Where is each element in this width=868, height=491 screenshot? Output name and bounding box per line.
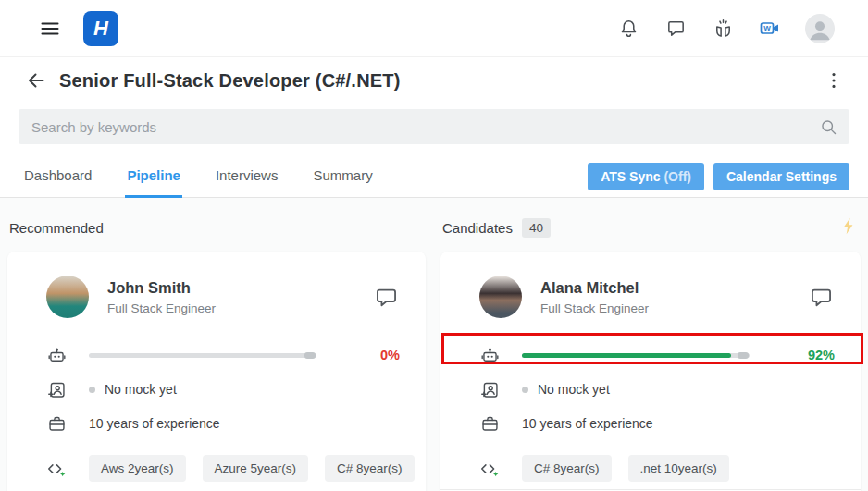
- candidate-avatar: [479, 276, 522, 318]
- match-progress-knob[interactable]: [304, 352, 316, 359]
- mock-status-dot: [89, 387, 95, 393]
- candidate-name: John Smith: [107, 279, 216, 297]
- briefcase-icon: [479, 414, 500, 434]
- mock-status-text: No mock yet: [538, 382, 610, 397]
- match-progress-bar[interactable]: [522, 353, 750, 358]
- lightning-bolt-icon[interactable]: [839, 216, 859, 239]
- ats-sync-label: ATS Sync: [601, 169, 660, 184]
- candidate-names: John Smith Full Stack Engineer: [107, 279, 216, 315]
- top-bar-actions: W: [616, 14, 835, 43]
- search-box: [19, 109, 849, 144]
- mock-interview-icon: [479, 380, 500, 399]
- mock-interview-icon: [46, 380, 67, 399]
- experience-text: 10 years of experience: [89, 416, 220, 431]
- candidate-card-alana-mitchel[interactable]: Alana Mitchel Full Stack Engineer: [440, 252, 861, 491]
- skills-row: C# 8year(s) .net 10year(s): [479, 455, 835, 482]
- recommended-column: Recommended John Smith Full Stack Engine…: [7, 215, 426, 491]
- briefcase-icon: [46, 414, 67, 434]
- interview-robot-icon: [46, 346, 67, 365]
- app-logo[interactable]: H: [83, 11, 118, 46]
- match-score-row: 0%: [46, 344, 400, 366]
- candidate-names: Alana Mitchel Full Stack Engineer: [540, 279, 649, 315]
- user-avatar[interactable]: [805, 14, 835, 43]
- candidate-avatar: [46, 276, 89, 318]
- match-percent-value: 92%: [808, 348, 835, 362]
- video-meeting-icon[interactable]: W: [758, 17, 782, 41]
- search-icon[interactable]: [819, 117, 838, 141]
- back-arrow-icon[interactable]: [24, 68, 48, 92]
- tab-summary[interactable]: Summary: [311, 155, 374, 198]
- skill-pill[interactable]: C# 8year(s): [522, 455, 612, 482]
- card-header: Alana Mitchel Full Stack Engineer: [479, 276, 835, 318]
- experience-row: 10 years of experience: [479, 412, 835, 435]
- notifications-bell-icon[interactable]: [616, 17, 640, 41]
- candidate-role: Full Stack Engineer: [540, 301, 649, 315]
- interview-robot-icon: [479, 346, 500, 365]
- mock-status-row: No mock yet: [46, 378, 400, 400]
- candidate-name: Alana Mitchel: [540, 279, 649, 297]
- tabs-row: Dashboard Pipeline Interviews Summary AT…: [0, 155, 868, 198]
- match-progress-knob[interactable]: [738, 352, 749, 359]
- match-percent-value: 0%: [380, 348, 400, 362]
- ats-sync-state: (Off): [663, 169, 691, 184]
- match-progress-fill: [522, 353, 731, 358]
- skill-pill[interactable]: .net 10year(s): [628, 455, 729, 482]
- message-candidate-icon[interactable]: [372, 283, 400, 311]
- recommended-title: Recommended: [9, 220, 104, 236]
- candidate-role: Full Stack Engineer: [107, 301, 216, 315]
- skill-pill[interactable]: Aws 2year(s): [89, 455, 186, 482]
- celebration-hands-icon[interactable]: [711, 17, 735, 41]
- calendar-settings-button[interactable]: Calendar Settings: [713, 163, 849, 190]
- candidate-card-john-smith[interactable]: John Smith Full Stack Engineer: [7, 252, 426, 491]
- candidates-header: Candidates 40: [442, 216, 859, 239]
- search-input[interactable]: [19, 109, 849, 144]
- tabs-nav: Dashboard Pipeline Interviews Summary: [22, 155, 375, 197]
- app-root: H W Senior Full-Stack Developer (C#/.NET: [0, 0, 868, 491]
- mock-status-row: No mock yet: [479, 378, 835, 400]
- tab-pipeline[interactable]: Pipeline: [125, 155, 182, 198]
- top-bar: H W: [0, 0, 868, 57]
- match-progress-bar[interactable]: [89, 353, 316, 358]
- code-skills-icon: [46, 459, 67, 479]
- skill-pill[interactable]: C# 8year(s): [325, 455, 415, 482]
- ats-sync-button[interactable]: ATS Sync (Off): [588, 163, 704, 190]
- messages-chat-icon[interactable]: [663, 17, 688, 41]
- skills-row: Aws 2year(s) Azure 5year(s) C# 8year(s): [46, 455, 400, 482]
- candidates-column: Candidates 40 Alana Mitchel Full Stack E…: [440, 215, 861, 491]
- match-score-row: 92%: [479, 344, 835, 366]
- experience-text: 10 years of experience: [522, 416, 653, 431]
- card-header: John Smith Full Stack Engineer: [46, 276, 400, 318]
- pipeline-content: Recommended John Smith Full Stack Engine…: [0, 198, 868, 491]
- skill-pills: Aws 2year(s) Azure 5year(s) C# 8year(s): [89, 455, 415, 482]
- recommended-header: Recommended: [9, 216, 424, 239]
- search-bar-row: [0, 104, 868, 155]
- hamburger-menu-icon[interactable]: [37, 16, 63, 42]
- message-candidate-icon[interactable]: [807, 283, 835, 311]
- skill-pills: C# 8year(s) .net 10year(s): [522, 455, 729, 482]
- mock-status-dot: [522, 387, 528, 393]
- code-skills-icon: [479, 459, 500, 479]
- experience-row: 10 years of experience: [46, 412, 400, 435]
- card-section-divider: [440, 489, 861, 490]
- candidates-title: Candidates: [442, 220, 513, 236]
- skill-pill[interactable]: Azure 5year(s): [203, 455, 309, 482]
- more-options-kebab-icon[interactable]: [822, 68, 846, 92]
- app-logo-letter: H: [93, 18, 108, 39]
- candidates-count-badge: 40: [522, 218, 551, 238]
- tab-actions: ATS Sync (Off) Calendar Settings: [588, 155, 849, 197]
- mock-status-text: No mock yet: [105, 382, 177, 397]
- page-title: Senior Full-Stack Developer (C#/.NET): [59, 70, 401, 92]
- tab-interviews[interactable]: Interviews: [214, 155, 280, 198]
- page-header: Senior Full-Stack Developer (C#/.NET): [0, 57, 868, 104]
- svg-text:W: W: [763, 24, 771, 32]
- tab-dashboard[interactable]: Dashboard: [22, 155, 93, 198]
